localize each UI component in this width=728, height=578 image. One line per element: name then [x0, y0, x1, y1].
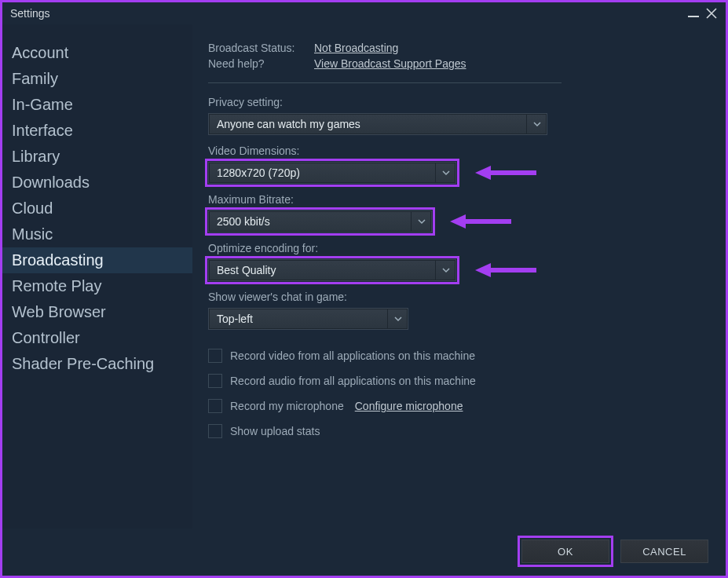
chevron-down-icon [435, 260, 455, 280]
chevron-down-icon [387, 309, 408, 329]
annotation-arrow-icon [475, 163, 538, 182]
sidebar-item-label: In-Game [12, 96, 73, 113]
upload-stats-checkbox[interactable] [208, 424, 222, 438]
sidebar-item-label: Family [12, 70, 58, 87]
sidebar-item-label: Controller [12, 329, 80, 346]
privacy-value: Anyone can watch my games [209, 118, 368, 130]
sidebar: Account Family In-Game Interface Library… [2, 24, 192, 529]
sidebar-item-family[interactable]: Family [2, 66, 192, 92]
help-label: Need help? [208, 57, 298, 70]
cancel-button-label: CANCEL [642, 546, 686, 558]
sidebar-item-label: Shader Pre-Caching [12, 355, 154, 372]
bitrate-label: Maximum Bitrate: [208, 193, 702, 206]
sidebar-item-in-game[interactable]: In-Game [2, 92, 192, 118]
content-panel: Broadcast Status: Not Broadcasting Need … [192, 24, 726, 529]
help-link[interactable]: View Broadcast Support Pages [314, 57, 466, 70]
svg-marker-3 [450, 214, 466, 229]
record-video-checkbox[interactable] [208, 349, 222, 363]
record-mic-row: Record my microphone Configure microphon… [208, 399, 702, 413]
privacy-select[interactable]: Anyone can watch my games [208, 113, 547, 135]
record-video-label: Record video from all applications on th… [230, 349, 475, 362]
record-mic-label: Record my microphone [230, 400, 344, 412]
broadcast-status-label: Broadcast Status: [208, 42, 298, 54]
encoding-select[interactable]: Best Quality [208, 259, 456, 281]
close-icon [705, 7, 718, 20]
window-controls [688, 7, 718, 20]
titlebar: Settings [2, 2, 726, 24]
chat-label: Show viewer's chat in game: [208, 291, 702, 303]
chat-value: Top-left [209, 313, 261, 325]
bitrate-select[interactable]: 2500 kbit/s [208, 210, 432, 232]
minimize-icon [688, 16, 699, 17]
record-audio-row: Record audio from all applications on th… [208, 374, 702, 388]
sidebar-item-cloud[interactable]: Cloud [2, 196, 192, 221]
sidebar-item-library[interactable]: Library [2, 144, 192, 170]
chat-select[interactable]: Top-left [208, 308, 408, 330]
sidebar-item-broadcasting[interactable]: Broadcasting [2, 247, 192, 273]
record-audio-label: Record audio from all applications on th… [230, 375, 476, 387]
video-dimensions-label: Video Dimensions: [208, 144, 702, 157]
sidebar-item-label: Library [12, 148, 60, 165]
sidebar-item-label: Account [12, 44, 68, 61]
minimize-button[interactable] [688, 9, 699, 17]
record-video-row: Record video from all applications on th… [208, 349, 702, 363]
sidebar-item-label: Web Browser [12, 303, 106, 320]
sidebar-item-label: Interface [12, 122, 73, 139]
video-dimensions-select[interactable]: 1280x720 (720p) [208, 162, 456, 184]
encoding-value: Best Quality [209, 264, 284, 276]
sidebar-item-interface[interactable]: Interface [2, 118, 192, 144]
close-button[interactable] [705, 7, 718, 20]
cancel-button[interactable]: CANCEL [620, 540, 708, 563]
sidebar-item-controller[interactable]: Controller [2, 325, 192, 351]
sidebar-item-shader-pre-caching[interactable]: Shader Pre-Caching [2, 351, 192, 377]
chevron-down-icon [526, 114, 547, 134]
annotation-arrow-icon [475, 261, 538, 280]
privacy-label: Privacy setting: [208, 96, 702, 108]
configure-mic-link[interactable]: Configure microphone [355, 400, 463, 412]
upload-stats-label: Show upload stats [230, 425, 320, 437]
ok-button[interactable]: OK [521, 540, 609, 563]
upload-stats-row: Show upload stats [208, 424, 702, 438]
sidebar-item-music[interactable]: Music [2, 221, 192, 247]
sidebar-item-remote-play[interactable]: Remote Play [2, 273, 192, 299]
sidebar-item-label: Downloads [12, 174, 90, 191]
sidebar-item-label: Remote Play [12, 277, 102, 294]
chevron-down-icon [435, 163, 455, 183]
broadcast-status-value[interactable]: Not Broadcasting [314, 42, 398, 54]
bitrate-value: 2500 kbit/s [209, 215, 278, 228]
chevron-down-icon [411, 211, 431, 232]
record-audio-checkbox[interactable] [208, 374, 222, 388]
window-title: Settings [10, 7, 50, 20]
svg-marker-5 [475, 263, 491, 277]
sidebar-item-web-browser[interactable]: Web Browser [2, 299, 192, 325]
ok-button-label: OK [558, 546, 573, 558]
sidebar-item-account[interactable]: Account [2, 40, 192, 66]
footer: OK CANCEL [521, 540, 708, 563]
record-mic-checkbox[interactable] [208, 399, 222, 413]
sidebar-item-downloads[interactable]: Downloads [2, 170, 192, 196]
sidebar-item-label: Cloud [12, 199, 53, 217]
sidebar-item-label: Music [12, 225, 53, 243]
sidebar-item-label: Broadcasting [12, 251, 104, 269]
annotation-arrow-icon [450, 212, 513, 231]
video-dimensions-value: 1280x720 (720p) [209, 166, 308, 179]
svg-marker-1 [475, 166, 491, 180]
encoding-label: Optimize encoding for: [208, 242, 702, 254]
divider [208, 82, 562, 83]
